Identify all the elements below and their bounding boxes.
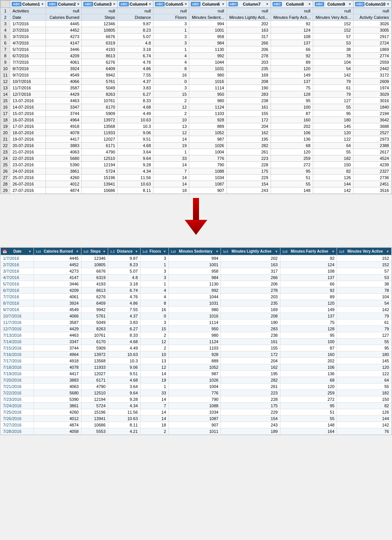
bottom-table-cell: 4.37 <box>108 313 141 319</box>
col-dropdown-6[interactable]: ▼ <box>222 2 225 6</box>
steps-type-icon: 1₂3 <box>83 250 89 253</box>
bottom-col-distance[interactable]: 1.2 Distance ▼ <box>108 248 141 255</box>
bottom-col-date[interactable]: 📅 Date ▼ <box>1 248 34 255</box>
bottom-col-floors[interactable]: 1₂3 Floors ▼ <box>140 248 168 255</box>
col-dropdown-9[interactable]: ▼ <box>348 2 352 6</box>
bottom-table-cell: 145 <box>337 358 392 364</box>
table-cell: 1974 <box>353 85 391 91</box>
bottom-table-cell: 55 <box>337 339 392 345</box>
table-cell: 5/7/2016 <box>10 46 46 53</box>
top-table-row: 1Activitiesnullnullnullnullnullnullnulln… <box>1 8 392 14</box>
table-cell: 16-07-2016 <box>10 117 46 123</box>
bottom-table-cell: 8 <box>140 300 168 307</box>
bottom-table-cell: 13972 <box>81 351 108 358</box>
bottom-col-fairly[interactable]: 1₂3 Minutes Fairly Active ▼ <box>280 248 337 255</box>
table-cell: Date <box>10 14 46 21</box>
col-dropdown-2[interactable]: ▼ <box>77 2 80 6</box>
col-dropdown-8[interactable]: ▼ <box>308 2 311 6</box>
type-badge-8: ABC <box>273 2 282 6</box>
table-cell: 1001 <box>189 27 227 34</box>
bottom-col-sedentary[interactable]: 1₂3 Minutes Sedentary ▼ <box>168 248 221 255</box>
type-badge-7: ABC <box>228 2 238 6</box>
date-dropdown-icon[interactable]: ▼ <box>28 250 32 253</box>
table-cell: 12 <box>153 130 189 136</box>
table-cell: 11/7/2016 <box>10 85 46 91</box>
table-cell: 2451 <box>353 181 391 187</box>
table-cell: 1124 <box>189 104 227 110</box>
sedentary-dropdown-icon[interactable]: ▼ <box>215 250 219 253</box>
bottom-table-cell: 4193 <box>81 281 108 287</box>
table-cell: 4012 <box>46 181 82 187</box>
table-cell: 1130 <box>189 46 227 53</box>
bottom-table-cell: 4209 <box>34 287 81 294</box>
table-cell: 25-07-2016 <box>10 175 46 181</box>
table-cell: 95 <box>271 98 313 104</box>
bottom-col-lightly[interactable]: 1₂3 Minutes Lightly Active ▼ <box>221 248 280 255</box>
top-col-header-1[interactable]: ABC Column1 ▼ <box>10 1 46 8</box>
row-number: 28 <box>1 181 10 187</box>
floors-dropdown-icon[interactable]: ▼ <box>163 250 167 253</box>
top-col-header-2[interactable]: ABC Column2 ▼ <box>46 1 82 8</box>
top-col-header-9[interactable]: ABC Column9 ▼ <box>313 1 353 8</box>
table-cell: 3.18 <box>118 46 153 53</box>
bottom-table-row: 3/7/2016427366765.07395831710857 <box>1 268 392 275</box>
bottom-col-calories[interactable]: 1₂3 Calories Burned ▼ <box>34 248 81 255</box>
bottom-table-cell: 10805 <box>81 262 108 268</box>
table-cell: 6676 <box>82 34 118 40</box>
bottom-table-cell: 13941 <box>81 416 108 422</box>
col-dropdown-7[interactable]: ▼ <box>266 2 269 6</box>
table-cell: 4445 <box>46 21 82 27</box>
bottom-table-cell: 152 <box>337 255 392 262</box>
col-dropdown-4[interactable]: ▼ <box>148 2 152 6</box>
top-col-header-8[interactable]: ABC Column8 ▼ <box>271 1 313 8</box>
bottom-table-cell: 14 <box>140 416 168 422</box>
top-col-header-3[interactable]: ABC Column3 ▼ <box>82 1 118 8</box>
calories-dropdown-icon[interactable]: ▼ <box>76 250 79 253</box>
row-number: 1 <box>1 8 10 14</box>
bottom-col-very[interactable]: 1₂3 Minutes Very Active ▼ <box>337 248 392 255</box>
bottom-table-cell: 92 <box>280 287 337 294</box>
distance-dropdown-icon[interactable]: ▼ <box>135 250 138 253</box>
col-dropdown-10[interactable]: ▼ <box>386 2 390 6</box>
table-cell: 4/7/2016 <box>10 40 46 46</box>
table-cell: 18 <box>153 187 189 194</box>
steps-dropdown-icon[interactable]: ▼ <box>103 250 106 253</box>
fairly-dropdown-icon[interactable]: ▼ <box>331 250 335 253</box>
bottom-table-cell: 272 <box>280 396 337 403</box>
table-cell: 190 <box>227 85 271 91</box>
top-col-header-10[interactable]: ABC Column10 ▼ <box>353 1 391 8</box>
col-dropdown-3[interactable]: ▼ <box>112 2 116 6</box>
bottom-table-row: 7/16/201649641397210.6310928172160180 <box>1 351 392 358</box>
table-cell: 14-07-2016 <box>10 104 46 110</box>
top-table-row: 2826-07-201640121394110.6314108715455144… <box>1 181 392 187</box>
top-table-body: 1Activitiesnullnullnullnullnullnullnulln… <box>1 8 392 194</box>
table-cell: 4.68 <box>118 104 153 110</box>
bottom-table-cell: 7/23/2016 <box>1 396 34 403</box>
bottom-table-cell: 7/27/2016 <box>1 422 34 428</box>
top-col-header-6[interactable]: ABC Column6 ▼ <box>189 1 227 8</box>
table-cell: 182 <box>313 155 353 162</box>
table-cell: Steps <box>82 14 118 21</box>
top-col-header-4[interactable]: ABC Column4 ▼ <box>118 1 153 8</box>
table-cell: 195 <box>227 136 271 143</box>
bottom-col-steps[interactable]: 1₂3 Steps ▼ <box>81 248 108 255</box>
top-col-header-5[interactable]: ABC Column5 ▼ <box>153 1 189 8</box>
lightly-dropdown-icon[interactable]: ▼ <box>275 250 278 253</box>
bottom-table-cell: 79 <box>337 313 392 319</box>
table-cell: 1031 <box>189 66 227 72</box>
table-cell: 87 <box>271 110 313 117</box>
top-col-header-7[interactable]: ABC Column7 ▼ <box>227 1 271 8</box>
bottom-table-cell: 10 <box>140 351 168 358</box>
table-cell: 4.68 <box>118 143 153 149</box>
table-cell: 78 <box>313 53 353 59</box>
very-dropdown-icon[interactable]: ▼ <box>386 250 389 253</box>
col-dropdown-5[interactable]: ▼ <box>184 2 187 6</box>
col-dropdown-1[interactable]: ▼ <box>41 2 44 6</box>
table-cell: 3924 <box>46 66 82 72</box>
table-cell: 4078 <box>46 130 82 136</box>
bottom-table-cell: 4.8 <box>108 275 141 281</box>
bottom-table-cell: 1026 <box>168 377 221 384</box>
table-cell: 4790 <box>82 149 118 155</box>
bottom-table-cell: 2 <box>140 428 168 435</box>
row-num-header <box>1 1 10 8</box>
